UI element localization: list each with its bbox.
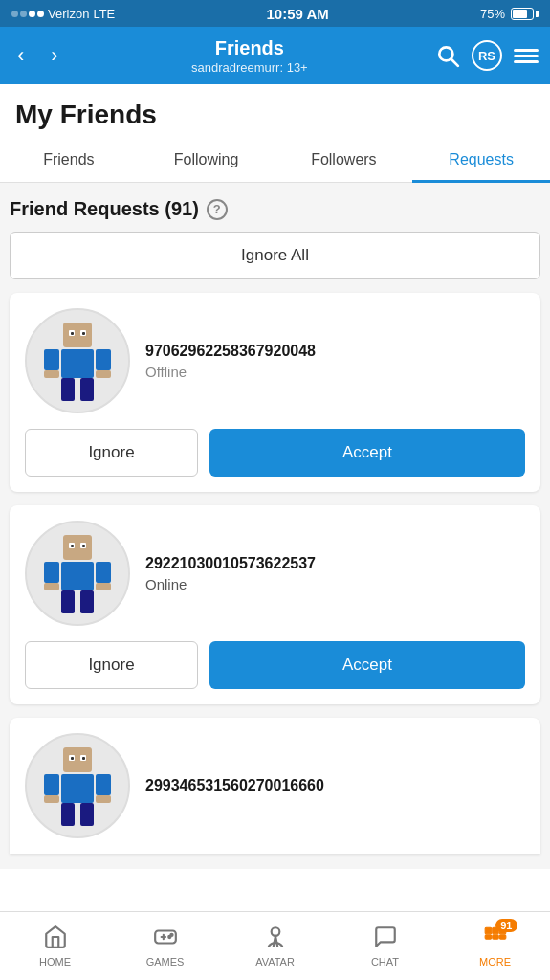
svg-rect-48 [492, 935, 498, 939]
menu-button[interactable] [514, 49, 539, 63]
tab-friends[interactable]: Friends [0, 138, 138, 182]
more-badge-container: 91 [483, 924, 508, 953]
header-nav: ‹ › [11, 41, 64, 70]
info-icon[interactable]: ? [207, 199, 228, 220]
ignore-all-button[interactable]: Ignore All [10, 232, 540, 279]
svg-rect-15 [63, 535, 92, 560]
status-right: 75% [480, 7, 539, 21]
page-title: My Friends [0, 84, 550, 138]
requests-content: Friend Requests (91) ? Ignore All [0, 183, 550, 869]
svg-rect-19 [82, 545, 85, 547]
header-subtitle: sandradreemurr: 13+ [64, 60, 435, 75]
status-bar: Verizon LTE 10:59 AM 75% [0, 0, 550, 27]
forward-button[interactable]: › [45, 41, 63, 70]
robux-button[interactable]: RS [472, 40, 502, 71]
network-label: LTE [93, 7, 115, 21]
svg-rect-21 [96, 562, 111, 583]
svg-rect-35 [80, 803, 94, 826]
battery-percent: 75% [480, 7, 505, 21]
search-button[interactable] [435, 43, 460, 68]
nav-games-label: GAMES [146, 956, 185, 968]
nav-more[interactable]: 91 MORE [440, 912, 550, 980]
friend-status-1: Offline [145, 364, 525, 380]
friend-info-3: 299346531560270016660 [10, 718, 540, 854]
back-button[interactable]: ‹ [11, 41, 30, 70]
header-title: Friends sandradreemurr: 13+ [64, 37, 435, 75]
accept-button-1[interactable]: Accept [209, 429, 525, 477]
nav-chat[interactable]: CHAT [330, 912, 440, 980]
section-heading: Friend Requests (91) ? [10, 198, 540, 220]
accept-button-2[interactable]: Accept [209, 641, 525, 689]
svg-point-41 [271, 927, 279, 936]
tab-followers[interactable]: Followers [275, 138, 413, 182]
friend-request-card-2: 29221030010573622537 Online Ignore Accep… [10, 505, 540, 704]
friend-details-2: 29221030010573622537 Online [145, 555, 525, 592]
svg-rect-47 [485, 935, 492, 939]
svg-rect-7 [82, 332, 85, 335]
more-badge: 91 [495, 919, 517, 932]
svg-rect-37 [96, 795, 111, 803]
app-header: ‹ › Friends sandradreemurr: 13+ RS [0, 27, 550, 84]
svg-rect-14 [61, 562, 94, 590]
nav-avatar[interactable]: AVATAR [220, 912, 330, 980]
avatar-2 [25, 521, 130, 626]
svg-point-40 [170, 934, 172, 936]
chat-icon [373, 924, 398, 953]
svg-line-43 [275, 936, 277, 947]
svg-rect-11 [80, 378, 94, 401]
carrier-label: Verizon [48, 7, 89, 21]
tab-following[interactable]: Following [138, 138, 275, 182]
svg-rect-30 [71, 757, 74, 760]
signal-icon [11, 11, 44, 17]
tabs-container: Friends Following Followers Requests [0, 138, 550, 183]
bottom-navigation: HOME GAMES AVATAR [0, 911, 550, 980]
avatar-3 [25, 733, 130, 838]
svg-rect-32 [44, 774, 59, 795]
svg-rect-22 [61, 590, 75, 613]
svg-rect-36 [44, 795, 59, 803]
friend-username-2: 29221030010573622537 [145, 555, 525, 572]
friend-username-3: 299346531560270016660 [145, 777, 525, 794]
svg-rect-8 [44, 349, 59, 370]
friend-actions-2: Ignore Accept [10, 641, 540, 704]
nav-home-label: HOME [39, 956, 71, 968]
tab-requests[interactable]: Requests [412, 138, 550, 182]
friend-status-2: Online [145, 576, 525, 592]
svg-rect-13 [96, 370, 111, 378]
ignore-button-2[interactable]: Ignore [25, 641, 198, 689]
svg-rect-49 [499, 935, 506, 939]
svg-rect-9 [96, 349, 111, 370]
svg-rect-6 [71, 332, 74, 335]
svg-rect-3 [63, 323, 92, 347]
svg-rect-18 [71, 545, 74, 547]
friend-details-1: 97062962258367920048 Offline [145, 343, 525, 380]
svg-rect-33 [96, 774, 111, 795]
svg-rect-26 [61, 774, 94, 803]
nav-games[interactable]: GAMES [110, 912, 220, 980]
friend-actions-1: Ignore Accept [10, 429, 540, 492]
svg-rect-31 [82, 757, 85, 760]
header-icons: RS [435, 40, 539, 71]
svg-rect-2 [61, 349, 94, 378]
svg-line-1 [451, 59, 458, 66]
header-title-text: Friends [64, 37, 435, 59]
svg-rect-34 [61, 803, 75, 826]
battery-icon [511, 8, 539, 20]
svg-rect-10 [61, 378, 75, 401]
friend-info-1: 97062962258367920048 Offline [10, 293, 540, 429]
ignore-button-1[interactable]: Ignore [25, 429, 198, 477]
avatar-1 [25, 308, 130, 413]
svg-rect-23 [80, 590, 94, 613]
svg-rect-25 [96, 583, 111, 590]
status-left: Verizon LTE [11, 7, 115, 21]
friend-details-3: 299346531560270016660 [145, 777, 525, 794]
nav-home[interactable]: HOME [0, 912, 110, 980]
avatar-icon [263, 924, 288, 953]
svg-rect-27 [63, 747, 92, 772]
svg-rect-24 [44, 583, 59, 590]
friend-request-card-3-partial: 299346531560270016660 [10, 718, 540, 854]
friend-info-2: 29221030010573622537 Online [10, 505, 540, 641]
section-heading-text: Friend Requests (91) [10, 198, 199, 220]
friend-username-1: 97062962258367920048 [145, 343, 525, 360]
svg-rect-12 [44, 370, 59, 378]
